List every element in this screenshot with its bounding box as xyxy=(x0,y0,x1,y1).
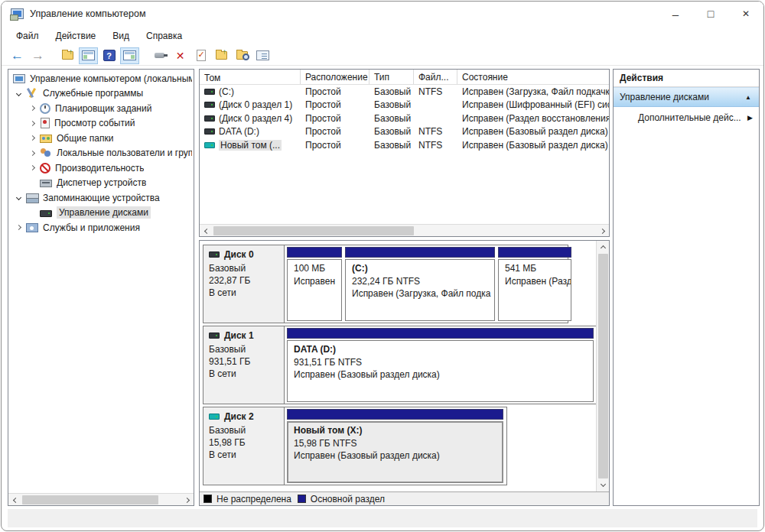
actions-more-actions[interactable]: Дополнительные дейс... ▶ xyxy=(614,107,759,128)
scroll-left-icon[interactable] xyxy=(200,225,212,237)
list-view-icon[interactable] xyxy=(253,47,272,64)
help-icon[interactable] xyxy=(99,47,119,64)
disk-icon xyxy=(209,251,220,258)
up-level-folder-icon[interactable] xyxy=(58,47,77,64)
menu-action[interactable]: Действие xyxy=(47,28,105,44)
tree-item-local-users[interactable]: Локальные пользователи и группы xyxy=(10,146,192,161)
device-manager-icon xyxy=(40,180,52,187)
action-pane-toggle-icon[interactable] xyxy=(120,47,139,64)
maximize-button[interactable] xyxy=(693,2,728,26)
column-status[interactable]: Состояние xyxy=(457,70,609,84)
legend-bar: Не распределена Основной раздел xyxy=(200,491,609,505)
minimize-button[interactable] xyxy=(658,2,693,26)
chevron-right-icon[interactable] xyxy=(30,135,35,141)
partition-data-d[interactable]: DATA (D:) 931,51 ГБ NTFS Исправен (Базов… xyxy=(287,328,594,402)
check-document-icon[interactable] xyxy=(191,47,210,64)
unallocated-color-swatch xyxy=(203,495,212,503)
disk-management-icon xyxy=(40,210,52,217)
column-layout[interactable]: Расположение xyxy=(301,70,369,84)
disk-1-info[interactable]: Диск 1 Базовый 931,51 ГБ В сети xyxy=(203,326,285,404)
disk-2-info[interactable]: Диск 2 Базовый 15,98 ГБ В сети xyxy=(203,407,285,485)
list-horizontal-scrollbar[interactable] xyxy=(200,224,609,236)
tree-item-services[interactable]: Службы и приложения xyxy=(10,220,192,235)
back-icon[interactable] xyxy=(8,47,27,64)
legend-primary-partition: Основной раздел xyxy=(298,494,385,504)
open-folder-icon[interactable] xyxy=(212,47,231,64)
scroll-left-icon[interactable] xyxy=(8,494,21,506)
actions-group-disk-management[interactable]: Управление дисками ▲ xyxy=(614,87,759,107)
partition-color-bar xyxy=(287,409,503,420)
submenu-arrow-icon: ▶ xyxy=(747,114,753,122)
partition-color-bar xyxy=(287,328,594,339)
tree-item-performance[interactable]: Производительность xyxy=(10,161,192,176)
tree-item-storage[interactable]: Запоминающие устройства xyxy=(10,190,192,206)
partition-color-bar xyxy=(345,247,495,258)
event-log-icon xyxy=(41,118,50,128)
scroll-up-icon[interactable] xyxy=(597,241,610,253)
storage-icon xyxy=(26,193,38,203)
console-tree-toggle-icon[interactable] xyxy=(79,47,98,64)
chevron-right-icon[interactable] xyxy=(30,165,35,170)
partition-c[interactable]: (C:) 232,24 ГБ NTFS Исправен (Загрузка, … xyxy=(345,247,495,321)
tree-root[interactable]: Управление компьютером (локальным) xyxy=(10,71,192,86)
tree-item-shared-folders[interactable]: Общие папки xyxy=(10,131,192,146)
table-row[interactable]: (Диск 0 раздел 1) Простой Базовый Исправ… xyxy=(200,99,609,112)
chevron-right-icon[interactable] xyxy=(30,121,35,126)
users-icon xyxy=(40,148,52,158)
partition-color-bar xyxy=(498,247,571,258)
tree-item-event-viewer[interactable]: Просмотр событий xyxy=(10,116,192,131)
table-row[interactable]: DATA (D:) Простой Базовый NTFS Исправен … xyxy=(200,125,609,139)
table-row[interactable]: (Диск 0 раздел 4) Простой Базовый Исправ… xyxy=(200,112,609,125)
menu-help[interactable]: Справка xyxy=(138,28,190,44)
volume-icon xyxy=(204,89,215,95)
clock-icon xyxy=(40,103,50,114)
scrollbar-thumb[interactable] xyxy=(22,495,158,504)
tree-horizontal-scrollbar[interactable] xyxy=(8,493,194,505)
tree-item-disk-management[interactable]: Управление дисками xyxy=(10,206,192,221)
tree-item-task-scheduler[interactable]: Планировщик заданий xyxy=(10,101,192,116)
actions-panel: Действия Управление дисками ▲ Дополнител… xyxy=(613,69,760,506)
forward-icon[interactable] xyxy=(28,47,47,64)
chevron-down-icon[interactable] xyxy=(16,195,21,200)
collapse-icon[interactable]: ▲ xyxy=(745,94,751,101)
column-volume[interactable]: Том xyxy=(200,70,301,84)
tools-icon xyxy=(26,88,38,99)
scroll-right-icon[interactable] xyxy=(597,225,609,237)
chevron-right-icon[interactable] xyxy=(16,225,21,230)
tree-item-system-tools[interactable]: Служебные программы xyxy=(10,86,192,102)
disk-0-info[interactable]: Диск 0 Базовый 232,87 ГБ В сети xyxy=(203,245,285,323)
explore-folder-icon[interactable] xyxy=(233,47,252,64)
partition-new-volume-x[interactable]: Новый том (X:) 15,98 ГБ NTFS Исправен (Б… xyxy=(287,409,503,483)
delete-icon[interactable] xyxy=(171,47,190,64)
disk-row-2: Диск 2 Базовый 15,98 ГБ В сети Новый том… xyxy=(203,407,507,485)
disk-icon xyxy=(209,414,220,420)
partition-efi[interactable]: 100 МБ Исправен xyxy=(287,247,342,321)
partition-recovery[interactable]: 541 МБ Исправен (Разд xyxy=(498,247,571,321)
column-filesystem[interactable]: Файл... xyxy=(414,70,457,84)
scroll-down-icon[interactable] xyxy=(597,479,610,491)
scrollbar-thumb[interactable] xyxy=(213,226,414,235)
chevron-right-icon[interactable] xyxy=(30,105,35,111)
table-row-selected[interactable]: Новый том (... Простой Базовый NTFS Испр… xyxy=(200,138,609,152)
computer-management-window: Управление компьютером Файл Действие Вид… xyxy=(1,1,764,531)
menu-file[interactable]: Файл xyxy=(8,28,47,44)
menu-view[interactable]: Вид xyxy=(104,28,138,44)
scrollbar-thumb[interactable] xyxy=(598,254,608,478)
tree-item-device-manager[interactable]: Диспетчер устройств xyxy=(10,176,192,191)
partition-color-bar xyxy=(287,247,342,258)
table-row[interactable]: (C:) Простой Базовый NTFS Исправен (Загр… xyxy=(200,85,609,99)
volume-icon xyxy=(204,142,215,148)
primary-partition-color-swatch xyxy=(298,495,306,503)
disk-row-1: Диск 1 Базовый 931,51 ГБ В сети DATA (D:… xyxy=(203,326,596,404)
close-button[interactable] xyxy=(728,2,763,26)
scroll-right-icon[interactable] xyxy=(181,494,194,506)
window-title: Управление компьютером xyxy=(30,8,146,19)
column-type[interactable]: Тип xyxy=(369,70,414,84)
tool-icon[interactable] xyxy=(150,47,169,64)
shared-folder-icon xyxy=(40,135,52,143)
chevron-right-icon[interactable] xyxy=(30,151,35,156)
disk-vertical-scrollbar[interactable] xyxy=(596,241,609,491)
computer-management-icon xyxy=(11,8,24,19)
legend-unallocated: Не распределена xyxy=(203,494,291,504)
chevron-down-icon[interactable] xyxy=(16,91,21,96)
